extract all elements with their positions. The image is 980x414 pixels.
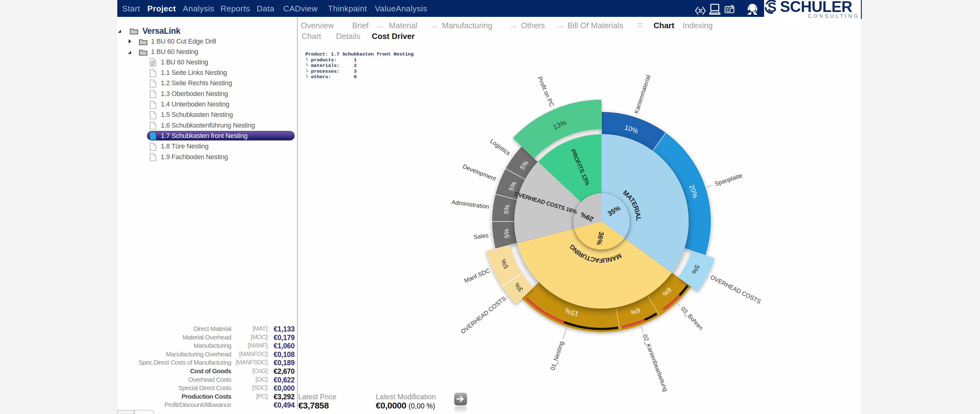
svg-text:5%: 5% [503, 204, 511, 214]
svg-text:Kantenmaterial: Kantenmaterial [633, 74, 651, 114]
svg-text:5%: 5% [503, 229, 511, 239]
svg-text:Sales: Sales [473, 232, 489, 240]
svg-text:OVERHEAD COSTS: OVERHEAD COSTS [709, 273, 762, 305]
svg-text:Spanplatte: Spanplatte [714, 172, 743, 187]
svg-text:Manf.SDC: Manf.SDC [463, 267, 491, 284]
svg-text:SCHULER: SCHULER [780, 0, 852, 15]
svg-text:Development: Development [462, 163, 497, 182]
svg-text:CONSULTING: CONSULTING [808, 13, 860, 19]
svg-text:Administration: Administration [451, 198, 489, 210]
svg-text:S: S [767, 0, 776, 15]
svg-text:Logistics: Logistics [489, 137, 512, 157]
svg-text:Profit on PC: Profit on PC [536, 75, 555, 108]
